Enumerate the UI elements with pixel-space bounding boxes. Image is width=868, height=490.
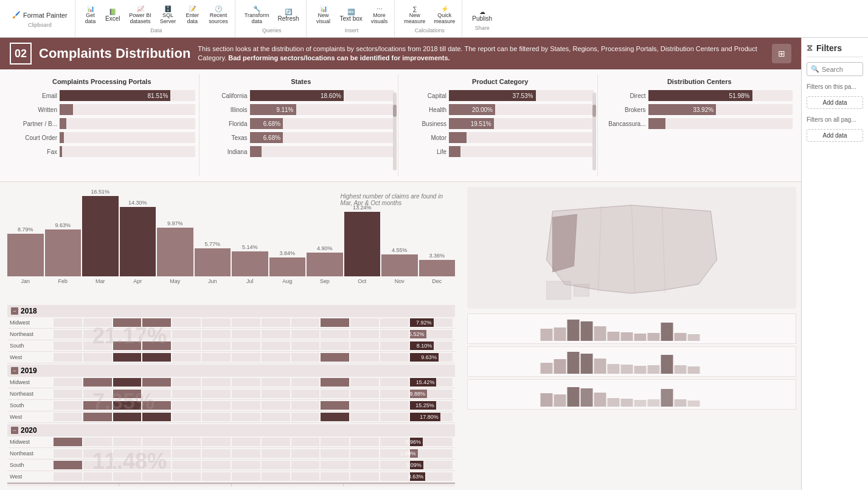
enter-data-button[interactable]: 📝 Enterdata xyxy=(181,4,203,26)
product-bar-container-business[interactable]: 19.51% xyxy=(449,118,594,129)
portals-bar-court: Court Order xyxy=(9,132,195,143)
tab-south[interactable]: South xyxy=(119,484,231,486)
product-scroll-thumb[interactable] xyxy=(592,105,596,117)
refresh-button[interactable]: 🔄 Refresh xyxy=(275,7,302,24)
mini-charts xyxy=(467,313,796,481)
portals-bar-container-court[interactable] xyxy=(60,132,195,143)
svg-rect-9 xyxy=(581,321,593,341)
year-2019-collapse[interactable]: − xyxy=(11,367,18,374)
portals-bar-container-fax[interactable] xyxy=(60,146,195,157)
pct-bar-2019-midwest: 15.42% xyxy=(410,378,453,387)
excel-label: Excel xyxy=(105,15,120,22)
states-bar-container-illinois[interactable]: 9.11% xyxy=(250,104,395,115)
month-sep: 4.90% Sep xyxy=(307,245,343,284)
tab-midwest[interactable]: Midwest xyxy=(232,484,344,486)
product-bar-capital: Capital 37.53% xyxy=(407,90,594,101)
states-bar-container-california[interactable]: 18.60% xyxy=(250,90,395,101)
states-bar-fill-indiana xyxy=(250,146,262,157)
dist-label-brokers: Brokers xyxy=(606,107,646,113)
sql-button[interactable]: 🗄️ SQLServer xyxy=(157,4,179,26)
product-bar-container-capital[interactable]: 37.53% xyxy=(449,90,594,101)
portals-bar-fill-written xyxy=(60,104,73,115)
get-data-button[interactable]: 📊 Get data xyxy=(82,4,100,26)
portals-label-partner: Partner / B... xyxy=(9,121,57,127)
pct-bar-2019-south: 15.25% xyxy=(410,401,453,410)
svg-rect-33 xyxy=(581,388,593,407)
quick-measure-button[interactable]: ⚡ Quickmeasure xyxy=(431,4,458,26)
dist-bar-fill-brokers: 33.92% xyxy=(648,104,717,115)
month-cells-2020-northeast xyxy=(54,449,409,458)
states-bar-container-florida[interactable]: 6.68% xyxy=(250,118,395,129)
powerbi-label: Power BIdatasets xyxy=(129,12,151,24)
data-group: 📊 Get data 📗 Excel 📈 Power BIdatasets 🗄️… xyxy=(78,0,235,37)
portals-bar-container-written[interactable] xyxy=(60,104,195,115)
add-data-all-button[interactable]: Add data xyxy=(807,129,863,142)
more-visuals-button[interactable]: ⋯ Morevisuals xyxy=(368,4,391,26)
states-scroll-thumb[interactable] xyxy=(393,105,397,117)
states-scrollbar[interactable] xyxy=(393,93,397,170)
format-painter-button[interactable]: 🖌️ Format Painter xyxy=(9,9,71,21)
product-bar-motor: Motor xyxy=(407,132,594,143)
bottom-tabs: West South Midwest Northeast xyxy=(7,483,455,486)
dist-bar-brokers: Brokers 33.92% xyxy=(606,104,793,115)
product-label-business: Business xyxy=(407,121,446,127)
publish-button[interactable]: ☁ Publish xyxy=(468,7,496,24)
product-scrollbar[interactable] xyxy=(592,93,596,170)
dist-bar-container-direct[interactable]: 51.98% xyxy=(648,90,793,101)
month-may: 9.97% May xyxy=(157,220,193,284)
states-bar-container-indiana[interactable] xyxy=(250,146,395,157)
product-bar-container-health[interactable]: 20.00% xyxy=(449,104,594,115)
transform-button[interactable]: 🔧 Transformdata xyxy=(241,4,273,26)
states-bar-california: California 18.60% xyxy=(208,90,395,101)
year-2019-content: 7.35% Midwest xyxy=(7,377,455,423)
mini-chart-svg-2019 xyxy=(470,349,793,374)
portals-bar-container-email[interactable]: 81.51% xyxy=(60,90,195,101)
pct-2019-south-container: 15.25% xyxy=(410,401,453,410)
refresh-icon: 🔄 xyxy=(285,9,292,15)
states-bar-indiana: Indiana xyxy=(208,146,395,157)
search-box[interactable]: 🔍 xyxy=(807,62,863,76)
new-measure-button[interactable]: ∑ Newmeasure xyxy=(401,4,428,26)
portals-bar-fill-partner xyxy=(60,118,66,129)
year-2020-collapse[interactable]: − xyxy=(11,427,18,434)
us-map[interactable] xyxy=(467,187,796,309)
portals-bar-written: Written xyxy=(9,104,195,115)
dist-bar-container-brokers[interactable]: 33.92% xyxy=(648,104,793,115)
product-bar-fill-business: 19.51% xyxy=(449,118,494,129)
svg-rect-16 xyxy=(675,333,687,341)
add-data-page-button[interactable]: Add data xyxy=(807,96,863,109)
product-label-life: Life xyxy=(407,149,446,155)
dist-label-direct: Direct xyxy=(606,93,646,99)
filter-funnel-icon: ⧖ xyxy=(807,43,813,53)
portals-bar-email: Email 81.51% xyxy=(9,90,195,101)
tab-northeast[interactable]: Northeast xyxy=(344,484,455,486)
filter-toggle-button[interactable]: ⊞ xyxy=(772,44,791,63)
new-visual-button[interactable]: 📊 Newvisual xyxy=(313,4,335,26)
tab-west[interactable]: West xyxy=(7,484,119,486)
powerbi-button[interactable]: 📈 Power BIdatasets xyxy=(126,4,155,26)
more-visuals-icon: ⋯ xyxy=(377,5,383,12)
product-bar-container-motor[interactable] xyxy=(449,132,594,143)
svg-rect-22 xyxy=(594,359,606,374)
portals-bar-container-partner[interactable] xyxy=(60,118,195,129)
pct-2020-south-container: 3.09% xyxy=(410,461,453,469)
svg-rect-7 xyxy=(554,327,566,341)
powerbi-icon: 📈 xyxy=(137,5,144,12)
product-bar-container-life[interactable] xyxy=(449,146,594,157)
search-input[interactable] xyxy=(822,66,859,73)
recent-sources-button[interactable]: 🕐 Recentsources xyxy=(206,4,231,26)
year-2018-collapse[interactable]: − xyxy=(11,307,18,315)
mini-chart-2020 xyxy=(467,379,796,410)
text-box-button[interactable]: 🔤 Text box xyxy=(337,7,366,24)
svg-rect-6 xyxy=(541,329,553,341)
states-label-florida: Florida xyxy=(208,121,248,127)
insert-group: 📊 Newvisual 🔤 Text box ⋯ Morevisuals Ins… xyxy=(309,0,395,37)
states-bar-container-texas[interactable]: 6.68% xyxy=(250,132,395,143)
region-2020-south: South xyxy=(10,462,52,468)
excel-button[interactable]: 📗 Excel xyxy=(102,7,123,24)
product-title: Product Category xyxy=(407,78,594,85)
dist-bar-container-banca[interactable] xyxy=(648,118,793,129)
right-panel xyxy=(462,182,801,486)
new-visual-label: Newvisual xyxy=(316,12,330,24)
share-group: ☁ Publish Share xyxy=(465,0,499,37)
